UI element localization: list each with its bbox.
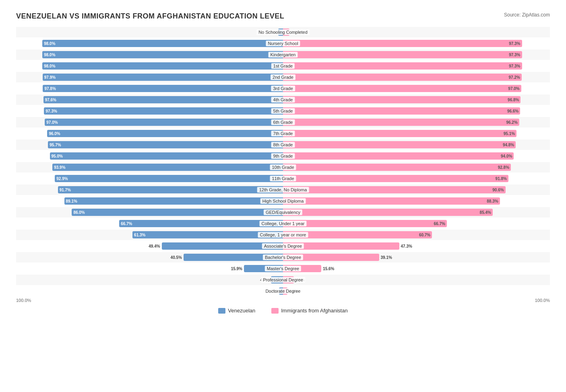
bar-row: 95.7%94.8%8th Grade	[16, 140, 550, 150]
bar-left-value-inside: 97.6%	[45, 98, 56, 102]
bar-blue: 97.8%	[43, 85, 283, 92]
bottom-labels: 100.0% 100.0%	[16, 298, 550, 303]
bar-pink	[283, 254, 379, 261]
bar-pink	[283, 242, 399, 250]
bottom-right-label: 100.0%	[535, 298, 550, 303]
bar-row: 96.0%95.1%7th Grade	[16, 128, 550, 139]
bar-pink	[283, 276, 294, 283]
bar-blue: 97.3%	[44, 107, 283, 115]
bar-left-value-inside: 66.7%	[121, 222, 132, 226]
bar-row: 92.9%91.8%11th Grade	[16, 173, 550, 184]
bar-left-value: 40.5%	[171, 255, 182, 260]
bar-pink: 95.1%	[283, 130, 516, 137]
bar-pink: 94.8%	[283, 141, 516, 148]
bar-left-value-inside: 98.0%	[44, 41, 55, 46]
bar-left-value-inside: 93.9%	[54, 165, 65, 170]
bar-blue: 97.0%	[45, 119, 283, 126]
bar-left-value-inside: 61.3%	[134, 233, 145, 237]
bar-right-value-inside: 85.4%	[480, 210, 491, 215]
bar-blue: 66.7%	[119, 220, 283, 227]
bar-left-value-inside: 96.0%	[49, 131, 60, 136]
bar-pink: 85.4%	[283, 209, 493, 216]
chart-container: VENEZUELAN VS IMMIGRANTS FROM AFGHANISTA…	[8, 8, 558, 322]
bar-right-value-inside: 97.0%	[508, 86, 519, 91]
bar-blue: 97.6%	[43, 96, 283, 103]
bar-blue: 89.1%	[64, 197, 283, 205]
legend-item-blue: Venezuelan	[218, 308, 255, 314]
bar-left-value-inside: 98.0%	[44, 53, 55, 57]
bar-blue: 92.9%	[55, 175, 283, 182]
bar-left-value-inside: 89.1%	[66, 199, 77, 203]
bar-row: 40.5%39.1%Bachelor's Degree	[16, 252, 550, 263]
bar-blue	[162, 242, 283, 250]
bar-pink: 96.2%	[283, 119, 519, 126]
bar-pink: 96.6%	[283, 107, 520, 115]
bar-left-value-inside: 91.7%	[60, 188, 71, 192]
bar-blue	[244, 265, 283, 272]
bar-row: 98.0%97.3%Kindergarten	[16, 49, 550, 60]
bar-blue: 93.9%	[52, 164, 283, 171]
bar-row: 97.9%97.2%2nd Grade	[16, 72, 550, 82]
bar-pink	[283, 287, 287, 295]
bar-right-value-outside: 39.1%	[381, 255, 392, 260]
bar-row: 91.7%90.6%12th Grade, No Diploma	[16, 185, 550, 195]
bar-pink: 66.7%	[283, 220, 447, 227]
bar-pink: 96.8%	[283, 96, 521, 103]
bar-pink: 91.8%	[283, 175, 508, 182]
bar-left-value-inside: 86.0%	[73, 210, 85, 215]
bar-pink: 60.7%	[283, 231, 432, 238]
bar-right-value-inside: 94.0%	[501, 154, 512, 158]
chart-legend: Venezuelan Immigrants from Afghanistan	[16, 308, 550, 314]
bar-right-value-inside: 97.3%	[509, 53, 520, 57]
bar-row: 93.9%92.8%10th Grade	[16, 162, 550, 172]
bar-left-value-inside: 98.0%	[44, 64, 55, 68]
bar-blue	[271, 276, 283, 283]
bar-row: 97.6%96.8%4th Grade	[16, 94, 550, 105]
bar-left-value: 4.9%	[260, 278, 269, 282]
legend-swatch-blue	[218, 308, 225, 314]
bar-blue: 97.9%	[43, 74, 283, 81]
bar-right-value-inside: 97.2%	[509, 75, 520, 80]
bar-pink: 97.2%	[283, 74, 522, 81]
bar-pink: 88.3%	[283, 197, 500, 205]
bar-row: 97.3%96.6%5th Grade	[16, 106, 550, 116]
bar-left-value: 15.9%	[231, 267, 242, 271]
legend-item-pink: Immigrants from Afghanistan	[271, 308, 347, 314]
legend-label-blue: Venezuelan	[228, 308, 255, 314]
bar-blue: 91.7%	[58, 186, 283, 193]
bar-right-value-inside: 96.2%	[506, 120, 517, 125]
bar-right-value-inside: 92.8%	[498, 165, 509, 170]
bar-right-value-inside: 95.1%	[504, 131, 515, 136]
bar-right-value-inside: 96.8%	[508, 98, 519, 102]
bar-right-value-inside: 94.8%	[503, 143, 514, 147]
bar-right-value-outside: 1.8%	[289, 289, 298, 293]
bar-blue: 86.0%	[72, 209, 283, 216]
bar-left-value-inside: 95.0%	[52, 154, 63, 158]
bar-blue	[279, 287, 283, 295]
bar-pink	[283, 29, 289, 36]
bar-pink	[283, 265, 321, 272]
bar-row: 61.3%60.7%College, 1 year or more	[16, 230, 550, 240]
bar-right-value-inside: 66.7%	[434, 222, 445, 226]
bar-right-value-inside: 60.7%	[419, 233, 430, 237]
bar-left-value: 1.7%	[268, 289, 277, 293]
bar-blue: 95.7%	[48, 141, 283, 148]
bar-blue: 61.3%	[132, 231, 283, 238]
bar-row: 97.8%97.0%3rd Grade	[16, 83, 550, 94]
bar-pink: 97.0%	[283, 85, 521, 92]
bar-row: 4.9%4.5%Professional Degree	[16, 275, 550, 285]
bar-blue: 98.0%	[42, 62, 283, 70]
bar-left-value-inside: 97.9%	[44, 75, 56, 80]
bar-row: 2.0%2.7%No Schooling Completed	[16, 27, 550, 37]
chart-title: VENEZUELAN VS IMMIGRANTS FROM AFGHANISTA…	[16, 12, 284, 21]
bar-row: 66.7%66.7%College, Under 1 year	[16, 218, 550, 229]
chart-source: Source: ZipAtlas.com	[504, 12, 550, 18]
bar-right-value-inside: 88.3%	[487, 199, 498, 203]
chart-header: VENEZUELAN VS IMMIGRANTS FROM AFGHANISTA…	[16, 12, 550, 21]
bar-blue: 95.0%	[50, 152, 283, 160]
bar-pink: 92.8%	[283, 164, 511, 171]
bar-right-value-outside: 4.5%	[295, 278, 305, 282]
bar-row: 89.1%88.3%High School Diploma	[16, 196, 550, 206]
bar-pink: 94.0%	[283, 152, 514, 160]
bottom-left-label: 100.0%	[16, 298, 31, 303]
